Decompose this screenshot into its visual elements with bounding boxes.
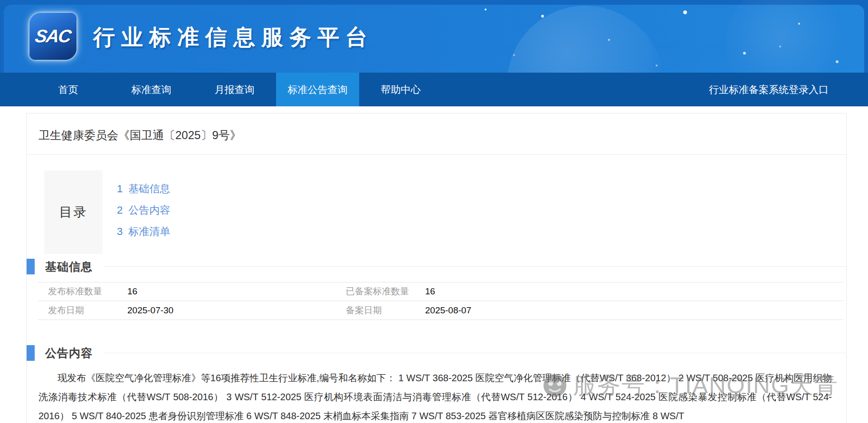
main-nav: 首页 标准查询 月报查询 标准公告查询 帮助中心 行业标准备案系统登录入口 — [0, 73, 868, 106]
section-divider-line — [103, 353, 846, 353]
field-value: 16 — [127, 286, 137, 297]
site-title: 行业标准信息服务平台 — [93, 23, 373, 52]
toc-link-standard-list[interactable]: 3标准清单 — [117, 221, 170, 242]
table-of-contents: 目录 1基础信息 2公告内容 3标准清单 — [44, 170, 846, 254]
announcement-heading: 公告内容 — [45, 346, 93, 361]
toc-link-label: 基础信息 — [128, 183, 170, 195]
field-label: 发布标准数量 — [48, 285, 127, 298]
nav-item-announcement-query[interactable]: 标准公告查询 — [276, 73, 359, 106]
announcement-section-header: 公告内容 — [27, 345, 846, 361]
toc-link-number: 1 — [117, 183, 123, 195]
table-cell: 备案日期 2025-08-07 — [336, 304, 843, 317]
filing-system-login-link[interactable]: 行业标准备案系统登录入口 — [709, 73, 829, 106]
nav-item-standard-query[interactable]: 标准查询 — [110, 73, 193, 106]
section-accent-bar — [27, 345, 35, 361]
table-row: 发布日期 2025-07-30 备案日期 2025-08-07 — [38, 301, 843, 320]
site-header: SAC 行业标准信息服务平台 — [0, 0, 868, 73]
toc-link-announcement-content[interactable]: 2公告内容 — [117, 199, 170, 221]
toc-link-number: 3 — [117, 226, 123, 237]
page-title: 卫生健康委员会《国卫通〔2025〕9号》 — [27, 113, 846, 155]
field-label: 发布日期 — [48, 304, 127, 317]
globe-graphic-small — [725, 0, 849, 73]
field-value: 16 — [425, 286, 435, 297]
toc-link-label: 标准清单 — [128, 226, 170, 237]
announcement-paragraph: 现发布《医院空气净化管理标准》等16项推荐性卫生行业标准,编号和名称如下： 1 … — [38, 368, 832, 423]
basic-info-heading: 基础信息 — [45, 259, 93, 274]
toc-link-basic-info[interactable]: 1基础信息 — [117, 178, 170, 199]
sac-logo[interactable]: SAC — [29, 13, 76, 60]
field-value: 2025-08-07 — [425, 305, 471, 316]
section-accent-bar — [27, 259, 35, 274]
sac-logo-text: SAC — [34, 26, 72, 47]
nav-item-home[interactable]: 首页 — [27, 73, 110, 106]
basic-info-table: 发布标准数量 16 已备案标准数量 16 发布日期 2025-07-30 备案日… — [38, 282, 843, 320]
nav-item-help-center[interactable]: 帮助中心 — [359, 73, 442, 106]
basic-info-section-header: 基础信息 — [27, 259, 846, 274]
table-row: 发布标准数量 16 已备案标准数量 16 — [38, 282, 843, 301]
table-cell: 发布标准数量 16 — [38, 285, 336, 298]
section-divider-line — [103, 266, 846, 267]
toc-link-label: 公告内容 — [128, 204, 170, 216]
table-cell: 发布日期 2025-07-30 — [38, 304, 336, 317]
toc-links: 1基础信息 2公告内容 3标准清单 — [103, 170, 170, 254]
content-card: 卫生健康委员会《国卫通〔2025〕9号》 目录 1基础信息 2公告内容 3标准清… — [26, 113, 847, 423]
toc-link-number: 2 — [117, 204, 123, 216]
toc-heading: 目录 — [44, 170, 103, 254]
field-value: 2025-07-30 — [127, 305, 173, 316]
field-label: 已备案标准数量 — [346, 285, 425, 298]
table-cell: 已备案标准数量 16 — [336, 285, 843, 298]
field-label: 备案日期 — [346, 304, 425, 317]
nav-item-monthly-report-query[interactable]: 月报查询 — [193, 73, 276, 106]
sparkle-dots-decoration — [485, 9, 486, 10]
